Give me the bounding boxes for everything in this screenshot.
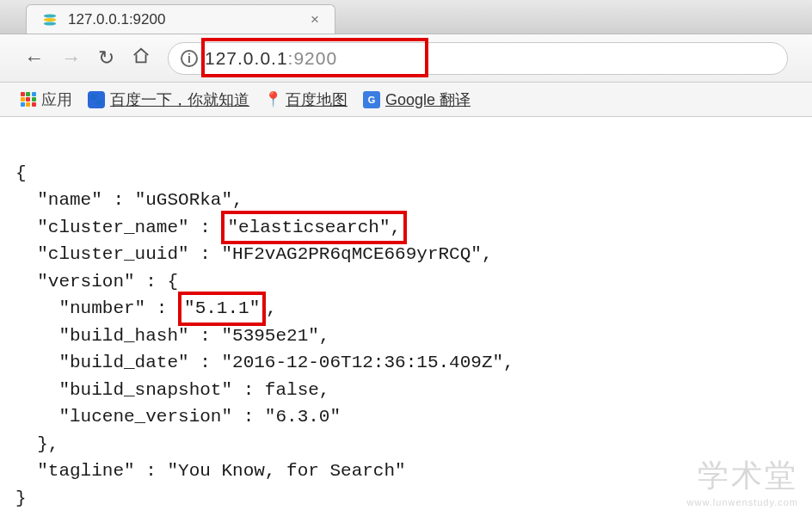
svg-point-0 <box>44 14 56 17</box>
bookmark-google-translate[interactable]: G Google 翻译 <box>363 89 471 110</box>
browser-tab[interactable]: 127.0.0.1:9200 × <box>26 4 335 34</box>
json-cluster-name-val: "elasticsearch", <box>227 218 401 237</box>
watermark-text: 学术堂 <box>687 455 798 497</box>
json-cluster-name-key: "cluster_name" : <box>15 218 221 237</box>
json-build-date: "build_date" : "2016-12-06T12:36:15.409Z… <box>15 353 514 372</box>
json-name-key: "name" : <box>15 190 135 210</box>
elasticsearch-favicon <box>42 12 58 28</box>
json-number-key: "number" : <box>15 298 178 318</box>
apps-shortcut[interactable]: 应用 <box>21 89 72 110</box>
apps-label: 应用 <box>41 89 72 110</box>
apps-icon <box>21 92 36 108</box>
baidu-icon: 🐾 <box>88 91 105 108</box>
json-cluster-uuid-key: "cluster_uuid" : <box>15 244 221 264</box>
json-version-close: }, <box>15 434 58 454</box>
json-cluster-uuid-val: "HF2vAG2PR6qMCE669yrRCQ", <box>221 244 492 264</box>
bookmark-gtrans-label: Google 翻译 <box>385 89 471 110</box>
pin-icon: 📍 <box>265 92 280 108</box>
json-close: } <box>15 488 27 508</box>
json-number-comma: , <box>266 298 277 318</box>
tab-strip: 127.0.0.1:9200 × <box>0 0 812 34</box>
address-bar[interactable]: i 127.0.0.1:9200 <box>168 42 788 75</box>
json-number-val: "5.1.1" <box>184 298 260 318</box>
back-icon[interactable]: ← <box>24 46 44 70</box>
reload-icon[interactable]: ↻ <box>98 46 114 70</box>
bookmark-baidu-label: 百度一下，你就知道 <box>110 89 249 110</box>
json-tagline: "tagline" : "You Know, for Search" <box>15 461 406 481</box>
bookmark-baidu[interactable]: 🐾 百度一下，你就知道 <box>88 89 249 110</box>
json-open: { <box>15 163 27 183</box>
tab-title: 127.0.0.1:9200 <box>68 11 300 28</box>
version-number-highlight: "5.1.1" <box>178 292 266 326</box>
url-port: :9200 <box>288 48 338 69</box>
google-translate-icon: G <box>363 91 380 108</box>
json-build-hash: "build_hash" : "5395e21", <box>15 326 329 346</box>
json-name-val: "uGSORka", <box>135 190 243 210</box>
json-lucene-version: "lucene_version" : "6.3.0" <box>15 407 341 427</box>
cluster-name-highlight: "elasticsearch", <box>221 211 407 245</box>
svg-point-1 <box>44 18 56 22</box>
json-build-snapshot: "build_snapshot" : false, <box>15 380 329 400</box>
forward-icon: → <box>61 46 81 70</box>
url-host: 127.0.0.1 <box>205 48 288 69</box>
site-info-icon[interactable]: i <box>181 50 198 67</box>
toolbar: ← → ↻ i 127.0.0.1:9200 <box>0 34 812 83</box>
watermark: 学术堂 www.lunwenstudy.com <box>687 455 798 507</box>
close-icon[interactable]: × <box>311 11 319 28</box>
json-version-key: "version" : { <box>15 272 178 292</box>
bookmark-baidu-map-label: 百度地图 <box>286 89 348 110</box>
bookmark-baidu-map[interactable]: 📍 百度地图 <box>265 89 348 110</box>
svg-point-2 <box>44 22 56 25</box>
bookmarks-bar: 应用 🐾 百度一下，你就知道 📍 百度地图 G Google 翻译 <box>0 83 812 117</box>
watermark-url: www.lunwenstudy.com <box>687 497 798 507</box>
home-icon[interactable] <box>132 46 151 71</box>
